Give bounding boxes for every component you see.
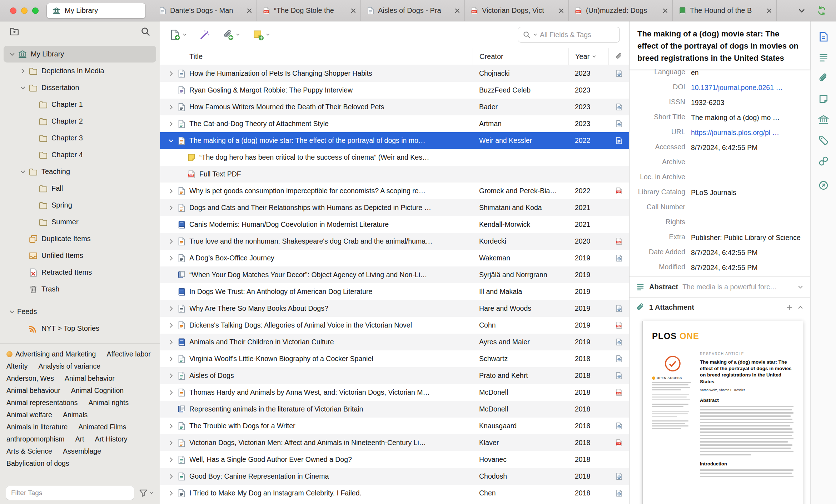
twisty-icon[interactable]: [166, 339, 176, 346]
item-row[interactable]: I Tried to Make My Dog an Instagram Cele…: [160, 485, 629, 501]
items-search-input[interactable]: All Fields & Tags: [518, 27, 620, 43]
tag[interactable]: Babyfication of dogs: [6, 458, 69, 469]
add-attachment-plus-icon[interactable]: [786, 304, 793, 311]
tag[interactable]: Animal representations: [6, 397, 78, 408]
item-row[interactable]: Good Boy: Canine Representation in Cinem…: [160, 468, 629, 485]
twisty-icon[interactable]: [166, 204, 176, 211]
minimize-window-button[interactable]: [21, 8, 28, 14]
item-row[interactable]: Dogs and Cats and Their Relationships wi…: [160, 199, 629, 216]
itempane-tab-attachments[interactable]: [811, 68, 836, 89]
twisty-icon[interactable]: [166, 456, 176, 463]
sidebar-item-chapter-4[interactable]: Chapter 4: [4, 146, 156, 163]
item-row[interactable]: Representing animals in the literature o…: [160, 401, 629, 418]
item-row[interactable]: “When Your Dog Matches Your Decor”: Obje…: [160, 266, 629, 283]
item-row[interactable]: Aisles of DogsPrato and Kehrt2018: [160, 367, 629, 384]
tag[interactable]: Art History: [95, 434, 128, 444]
sidebar-item-teaching[interactable]: Teaching: [4, 163, 156, 180]
tag[interactable]: Anderson, Wes: [6, 373, 54, 384]
collapse-chevron-icon[interactable]: [797, 304, 804, 311]
item-row[interactable]: True love and the nonhuman: Shakespeare'…: [160, 233, 629, 250]
document-tab[interactable]: Aisles of Dogs - Pra: [361, 0, 465, 21]
twisty-icon[interactable]: [166, 120, 176, 128]
itempane-tab-tags[interactable]: [811, 130, 836, 151]
item-row[interactable]: Ryan Gosling & Margot Robbie: The Puppy …: [160, 82, 629, 99]
itempane-tab-abstract[interactable]: [811, 47, 836, 68]
sidebar-search-icon[interactable]: [140, 26, 150, 36]
item-row[interactable]: Thomas Hardy and Animals by Anna West, a…: [160, 384, 629, 401]
sidebar-item-summer[interactable]: Summer: [4, 214, 156, 230]
sidebar-item-my-library[interactable]: My Library: [4, 46, 156, 63]
twisty-icon[interactable]: [7, 51, 17, 58]
pdf-preview-card[interactable]: PLOS ONE OPEN ACCESS: [642, 321, 803, 504]
tab-close-icon[interactable]: [662, 7, 669, 14]
sidebar-item-feeds[interactable]: Feeds: [4, 303, 156, 320]
item-row[interactable]: The making of a (dog) movie star: The ef…: [160, 132, 629, 149]
twisty-icon[interactable]: [166, 305, 176, 312]
field-value-url[interactable]: https://journals.plos.org/pl …: [691, 128, 810, 138]
tab-list-chevron-icon[interactable]: [797, 6, 806, 15]
item-row[interactable]: Why Are There So Many Books About Dogs?H…: [160, 300, 629, 317]
sidebar-item-unfiled-items[interactable]: Unfiled Items: [4, 247, 156, 264]
item-row[interactable]: The Trouble with Dogs for a WriterKnausg…: [160, 418, 629, 434]
column-header-creator[interactable]: Creator: [473, 48, 568, 65]
new-note-button[interactable]: [253, 29, 270, 40]
twisty-icon[interactable]: [166, 439, 176, 446]
new-collection-icon[interactable]: [9, 26, 19, 36]
tag[interactable]: Animals in literature: [6, 421, 68, 432]
tag-filter-options-button[interactable]: [139, 488, 154, 498]
sync-icon[interactable]: [817, 6, 827, 16]
tag[interactable]: Analysis of variance: [39, 361, 100, 371]
field-value-accessed[interactable]: 8/7/2024, 6:42:55 PM: [691, 143, 810, 153]
sidebar-item-dissertation[interactable]: Dissertation: [4, 79, 156, 96]
twisty-icon[interactable]: [166, 104, 176, 111]
item-row[interactable]: “The dog hero has been critical to the s…: [160, 149, 629, 166]
twisty-icon[interactable]: [18, 84, 28, 91]
twisty-icon[interactable]: [166, 238, 176, 245]
tag[interactable]: Alterity: [6, 361, 28, 371]
field-value-language[interactable]: en: [691, 69, 810, 78]
tag[interactable]: Animal Cognition: [71, 385, 124, 396]
twisty-icon[interactable]: [166, 490, 176, 497]
tag[interactable]: Assemblage: [63, 446, 101, 456]
add-by-identifier-button[interactable]: [199, 29, 210, 40]
sidebar-item-fall[interactable]: Fall: [4, 180, 156, 197]
sidebar-item-chapter-1[interactable]: Chapter 1: [4, 96, 156, 113]
twisty-icon[interactable]: [166, 70, 176, 77]
sidebar-item-trash[interactable]: Trash: [4, 281, 156, 298]
tag[interactable]: Arts & Science: [6, 446, 52, 456]
twisty-icon[interactable]: [166, 188, 176, 195]
attachments-section-header[interactable]: 1 Attachment: [630, 297, 810, 317]
tab-close-icon[interactable]: [454, 7, 461, 14]
sidebar-item-duplicate-items[interactable]: Duplicate Items: [4, 230, 156, 247]
twisty-icon[interactable]: [166, 423, 176, 430]
sidebar-item-retracted-items[interactable]: Retracted Items: [4, 264, 156, 281]
twisty-icon[interactable]: [166, 473, 176, 480]
twisty-icon[interactable]: [18, 168, 28, 175]
tag[interactable]: anthropomorphism: [6, 434, 65, 444]
twisty-icon[interactable]: [18, 68, 28, 75]
tag-filter-input[interactable]: Filter Tags: [6, 486, 134, 500]
field-value-extra[interactable]: Publisher: Public Library of Science: [691, 233, 810, 243]
field-value-issn[interactable]: 1932-6203: [691, 98, 810, 108]
chevron-down-icon[interactable]: [797, 284, 804, 290]
item-row[interactable]: In Dogs We Trust: An Anthology of Americ…: [160, 283, 629, 300]
itempane-tab-libraries-collections[interactable]: [811, 109, 836, 130]
abstract-section[interactable]: Abstract The media is a powerful forc…: [630, 276, 810, 297]
twisty-icon[interactable]: [166, 355, 176, 363]
tab-close-icon[interactable]: [246, 7, 253, 14]
twisty-icon[interactable]: [166, 322, 176, 329]
itempane-tab-info[interactable]: [811, 26, 836, 47]
itempane-tab-related[interactable]: [811, 151, 836, 171]
item-row[interactable]: Why is pet goods consumption imperceptib…: [160, 183, 629, 199]
twisty-icon[interactable]: [166, 137, 176, 144]
twisty-icon[interactable]: [166, 389, 176, 396]
sidebar-item-chapter-3[interactable]: Chapter 3: [4, 130, 156, 146]
twisty-icon[interactable]: [7, 308, 17, 315]
item-row[interactable]: A Dog’s Box-Office JourneyWakeman2019: [160, 250, 629, 266]
field-value-doi[interactable]: 10.1371/journal.pone.0261 …: [691, 83, 810, 93]
item-row[interactable]: PDFFull Text PDF: [160, 166, 629, 183]
document-tab[interactable]: PDF“The Dog Stole the: [257, 0, 361, 21]
tag[interactable]: Animal rights: [88, 397, 129, 408]
tag[interactable]: Art: [75, 434, 84, 444]
column-header-title[interactable]: Title: [160, 48, 473, 65]
